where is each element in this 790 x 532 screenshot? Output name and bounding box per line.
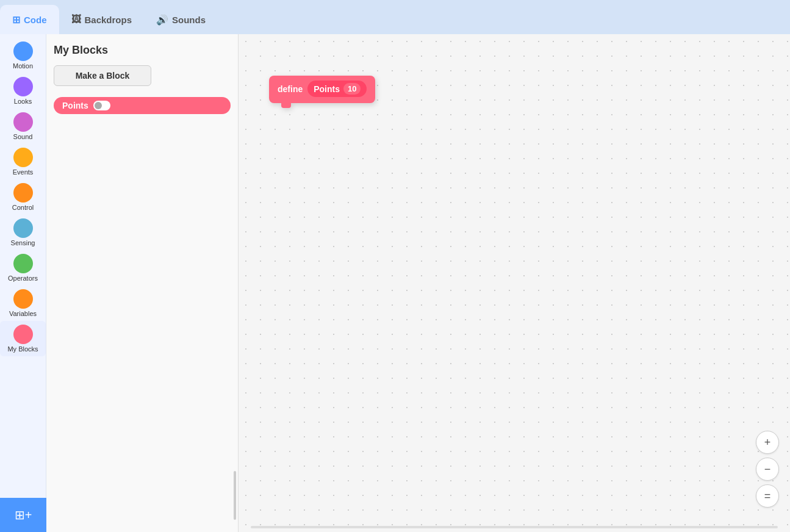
sidebar-label-looks: Looks	[14, 98, 32, 105]
panel-scrollbar[interactable]	[234, 471, 236, 520]
operators-dot	[13, 254, 33, 273]
make-block-button[interactable]: Make a Block	[54, 65, 151, 86]
sidebar-label-motion: Motion	[13, 62, 33, 70]
variables-dot	[13, 289, 33, 309]
events-dot	[13, 148, 33, 167]
canvas-area[interactable]: define Points 10 + − =	[239, 34, 790, 532]
define-block-container: define Points 10	[269, 76, 375, 103]
sidebar-label-sound: Sound	[13, 133, 33, 140]
sidebar-item-operators[interactable]: Operators	[0, 250, 46, 286]
sidebar-label-sensing: Sensing	[11, 239, 35, 246]
sidebar-item-motion[interactable]: Motion	[0, 38, 46, 73]
tab-backdrops[interactable]: 🖼 Backdrops	[59, 5, 145, 34]
canvas-hscroll[interactable]	[239, 525, 790, 530]
sidebar-label-operators: Operators	[8, 275, 38, 282]
control-dot	[13, 183, 33, 203]
zoom-out-button[interactable]: −	[756, 458, 779, 481]
zoom-in-button[interactable]: +	[756, 431, 779, 454]
points-toggle[interactable]	[93, 101, 110, 110]
zoom-reset-button[interactable]: =	[756, 484, 779, 508]
code-icon: ⊞	[12, 14, 20, 26]
looks-dot	[13, 77, 33, 96]
tab-code-label: Code	[24, 15, 47, 25]
sidebar-item-myblocks[interactable]: My Blocks	[0, 321, 46, 356]
points-block-label: Points	[62, 101, 88, 110]
sidebar-item-looks[interactable]: Looks	[0, 73, 46, 109]
define-points-pill: Points 10	[307, 81, 367, 97]
panel-title: My Blocks	[54, 44, 231, 57]
define-block[interactable]: define Points 10	[269, 76, 375, 103]
tab-sounds-label: Sounds	[172, 15, 206, 25]
zoom-controls: + − =	[756, 431, 779, 508]
extensions-button[interactable]: ⊞+	[0, 498, 46, 532]
sidebar-label-events: Events	[13, 168, 34, 176]
tab-sounds[interactable]: 🔊 Sounds	[144, 5, 218, 34]
tab-backdrops-label: Backdrops	[85, 15, 132, 25]
sidebar-item-sensing[interactable]: Sensing	[0, 215, 46, 250]
sounds-icon: 🔊	[156, 14, 168, 26]
sidebar-label-myblocks: My Blocks	[7, 345, 38, 353]
top-tabs: ⊞ Code 🖼 Backdrops 🔊 Sounds	[0, 0, 790, 34]
backdrops-icon: 🖼	[71, 14, 81, 25]
main-layout: Motion Looks Sound Events Control Sensin…	[0, 34, 790, 532]
sidebar-categories: Motion Looks Sound Events Control Sensin…	[0, 34, 46, 532]
extensions-icon: ⊞+	[15, 508, 32, 522]
sidebar-item-sound[interactable]: Sound	[0, 109, 46, 144]
blocks-panel: My Blocks Make a Block Points	[46, 34, 239, 532]
sidebar-label-control: Control	[12, 204, 34, 211]
sidebar-item-control[interactable]: Control	[0, 179, 46, 215]
sidebar-item-events[interactable]: Events	[0, 144, 46, 179]
myblocks-dot	[13, 325, 33, 344]
tab-code[interactable]: ⊞ Code	[0, 5, 59, 34]
motion-dot	[13, 41, 33, 61]
define-label: define	[278, 84, 303, 94]
define-points-num: 10	[343, 83, 361, 95]
points-block[interactable]: Points	[54, 97, 231, 114]
sidebar-label-variables: Variables	[9, 310, 37, 317]
sidebar-item-variables[interactable]: Variables	[0, 286, 46, 321]
sensing-dot	[13, 218, 33, 238]
define-points-label: Points	[314, 84, 340, 94]
sound-dot	[13, 112, 33, 132]
canvas-hscroll-track	[251, 526, 778, 528]
